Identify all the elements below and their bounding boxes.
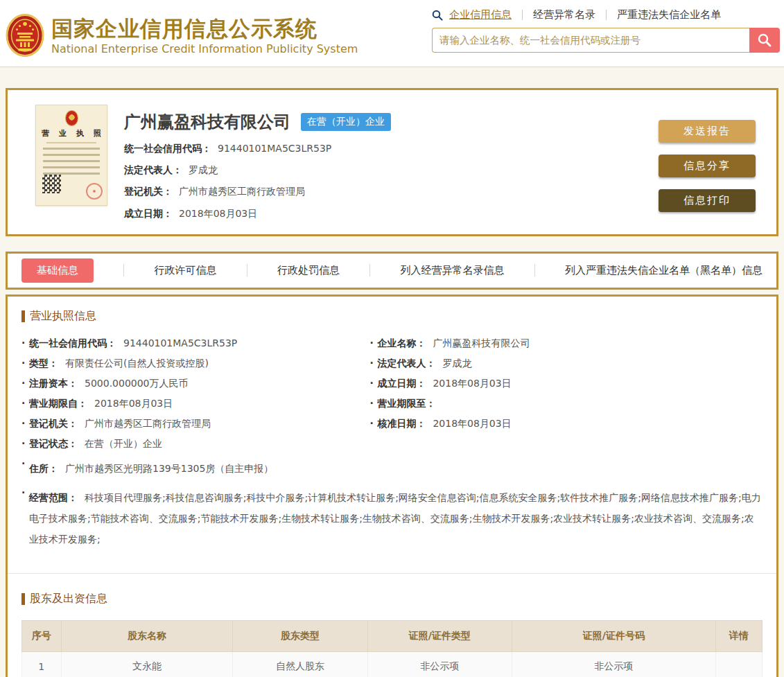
tab-serious-violation-blacklist[interactable]: 列入严重违法失信企业名单（黑名单）信息: [565, 264, 763, 277]
company-summary-card: 营 业 执 照 广州赢盈科技有限公司 在营（开业）企业 统一社会信用代码：914…: [6, 88, 778, 236]
license-qr-code: [42, 175, 61, 193]
header-nav: 企业信用信息 经营异常名录 严重违法失信企业名单: [432, 8, 780, 21]
col-header-seq: 序号: [22, 620, 62, 651]
field-company-name: 企业名称：广州赢盈科技有限公司: [369, 337, 763, 349]
field-approval-date: 核准日期：2018年08月03日: [369, 418, 763, 430]
business-license-thumbnail: 营 业 执 照: [35, 105, 107, 206]
company-field-registration-authority: 登记机关：广州市越秀区工商行政管理局: [124, 185, 652, 197]
field-registration-authority: 登记机关：广州市越秀区工商行政管理局: [21, 418, 369, 430]
license-subline: [46, 142, 96, 143]
national-emblem-icon: [6, 13, 44, 58]
company-field-establishment-date: 成立日期：2018年08月03日: [124, 207, 652, 220]
site-title: 国家企业信用信息公示系统: [51, 17, 358, 42]
search-bar: [432, 28, 780, 53]
search-input[interactable]: [432, 28, 749, 53]
nav-divider: [522, 10, 523, 20]
shareholders-table: 序号 股东名称 股东类型 证照/证件类型 证照/证件号码 详情 1 文永能 自然…: [21, 620, 763, 677]
search-button[interactable]: [749, 28, 780, 53]
site-header: 国家企业信用信息公示系统 National Enterprise Credit …: [0, 0, 784, 67]
col-header-shareholder-type: 股东类型: [233, 620, 367, 651]
tab-divider: [247, 264, 247, 276]
field-term-to: 营业期限至：: [369, 398, 763, 410]
company-name: 广州赢盈科技有限公司: [124, 111, 290, 133]
section-divider: [8, 573, 776, 574]
col-header-cert-type: 证照/证件类型: [367, 620, 512, 651]
send-report-button[interactable]: 发送报告: [659, 120, 756, 143]
tab-administrative-license[interactable]: 行政许可信息: [155, 264, 217, 277]
table-row: 1 文永能 自然人股东 非公示项 非公示项: [22, 651, 763, 677]
tab-basic-info[interactable]: 基础信息: [21, 258, 94, 283]
nav-link-blacklist[interactable]: 严重违法失信企业名单: [617, 8, 721, 21]
field-legal-rep: 法定代表人：罗成龙: [369, 358, 763, 369]
col-header-shareholder-name: 股东名称: [61, 620, 233, 651]
field-registered-capital: 注册资本：5000.000000万人民币: [21, 378, 369, 389]
status-badge: 在营（开业）企业: [301, 113, 391, 131]
tab-abnormal-operation-list[interactable]: 列入经营异常名录信息: [401, 264, 505, 277]
license-emblem-icon: [65, 110, 78, 126]
site-subtitle: National Enterprise Credit Information P…: [51, 42, 358, 55]
print-info-button[interactable]: 信息打印: [659, 189, 756, 212]
tab-divider: [369, 264, 370, 276]
section-title-business-license: 营业执照信息: [21, 309, 763, 324]
license-text-lines: [43, 148, 100, 178]
field-address: 住所：广州市越秀区光明路139号1305房（自主申报）: [21, 458, 763, 479]
license-red-seal-icon: [86, 183, 103, 200]
search-button-icon: [757, 33, 772, 48]
field-registration-status: 登记状态：在营（开业）企业: [21, 438, 369, 450]
detail-card: 营业执照信息 统一社会信用代码：91440101MA5C3LR53P 类型：有限…: [6, 294, 778, 677]
company-field-legal-rep: 法定代表人：罗成龙: [124, 164, 652, 176]
field-company-type: 类型：有限责任公司(自然人投资或控股): [21, 358, 369, 369]
section-title-shareholders: 股东及出资信息: [21, 592, 763, 606]
nav-link-abnormal-directory[interactable]: 经营异常名录: [533, 8, 595, 21]
field-establishment-date: 成立日期：2018年08月03日: [369, 378, 763, 389]
nav-divider: [606, 10, 607, 20]
share-info-button[interactable]: 信息分享: [659, 155, 756, 177]
field-credit-code: 统一社会信用代码：91440101MA5C3LR53P: [21, 337, 369, 349]
table-header-row: 序号 股东名称 股东类型 证照/证件类型 证照/证件号码 详情: [22, 620, 763, 651]
field-term-from: 营业期限自：2018年08月03日: [21, 398, 369, 410]
license-title: 营 业 执 照: [36, 128, 107, 139]
col-header-cert-number: 证照/证件号码: [512, 620, 715, 651]
tab-divider: [534, 264, 535, 276]
col-header-detail: 详情: [715, 620, 762, 651]
tab-divider: [123, 264, 124, 276]
search-icon: [432, 10, 443, 21]
nav-link-enterprise-credit[interactable]: 企业信用信息: [449, 8, 512, 21]
site-logo: 国家企业信用信息公示系统 National Enterprise Credit …: [6, 4, 358, 67]
tabs-bar: 基础信息 行政许可信息 行政处罚信息 列入经营异常名录信息 列入严重违法失信企业…: [6, 252, 778, 290]
field-business-scope: 经营范围：科技项目代理服务;科技信息咨询服务;科技中介服务;计算机技术转让服务;…: [21, 487, 763, 549]
tab-administrative-penalty[interactable]: 行政处罚信息: [277, 264, 340, 277]
company-field-credit-code: 统一社会信用代码：91440101MA5C3LR53P: [124, 142, 652, 155]
